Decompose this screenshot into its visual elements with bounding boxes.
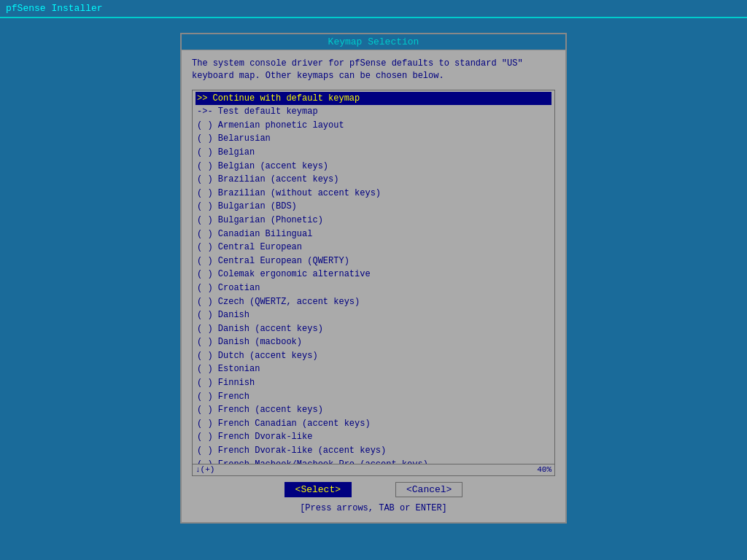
scroll-down-icon: ↓(+) (196, 465, 214, 474)
list-item[interactable]: ( ) French Canadian (accent keys) (196, 417, 551, 431)
hint-text: [Press arrows, TAB or ENTER] (300, 503, 447, 513)
list-item[interactable]: ( ) French (196, 390, 551, 404)
list-item[interactable]: ( ) Colemak ergonomic alternative (196, 268, 551, 281)
title-bar: pfSense Installer (0, 0, 747, 17)
list-item[interactable]: ( ) Estonian (196, 362, 551, 376)
list-item[interactable]: ( ) French Dvorak-like (accent keys) (196, 444, 551, 458)
cancel-button[interactable]: <Cancel> (395, 482, 462, 497)
list-item[interactable]: ( ) Canadian Bilingual (196, 228, 551, 241)
list-item[interactable]: ( ) Belgian (196, 146, 551, 160)
list-item[interactable]: ( ) Croatian (196, 281, 551, 295)
list-item[interactable]: ( ) Danish (196, 308, 551, 322)
list-item[interactable]: ( ) French (accent keys) (196, 403, 551, 417)
keymap-list[interactable]: >> Continue with default keymap->- Test … (192, 90, 555, 476)
list-item[interactable]: ->- Test default keymap (196, 105, 551, 119)
list-item[interactable]: ( ) French Dvorak-like (196, 430, 551, 444)
list-item[interactable]: >> Continue with default keymap (196, 92, 551, 106)
hint-bar: [Press arrows, TAB or ENTER] (202, 502, 545, 515)
list-inner: >> Continue with default keymap->- Test … (193, 90, 554, 476)
list-item[interactable]: ( ) Czech (QWERTZ, accent keys) (196, 295, 551, 309)
list-item[interactable]: ( ) Danish (accent keys) (196, 322, 551, 336)
list-item[interactable]: ( ) Brazilian (without accent keys) (196, 187, 551, 201)
dialog-content: The system console driver for pfSense de… (182, 50, 565, 522)
list-item[interactable]: ( ) Danish (macbook) (196, 335, 551, 349)
list-item[interactable]: ( ) Armenian phonetic layout (196, 119, 551, 133)
scroll-percent: 40% (537, 465, 551, 474)
dialog: Keymap Selection The system console driv… (180, 33, 567, 524)
list-item[interactable]: ( ) Bulgarian (BDS) (196, 200, 551, 214)
dialog-title: Keymap Selection (182, 34, 565, 50)
app-title: pfSense Installer (6, 3, 103, 14)
list-item[interactable]: ( ) Dutch (accent keys) (196, 349, 551, 363)
description: The system console driver for pfSense de… (192, 58, 555, 82)
list-item[interactable]: ( ) Central European (QWERTY) (196, 254, 551, 268)
list-item[interactable]: ( ) Brazilian (accent keys) (196, 173, 551, 187)
buttons-row: <Select> <Cancel> (192, 476, 555, 502)
dialog-wrapper: Keymap Selection The system console driv… (0, 18, 747, 524)
desc-line2: keyboard map. Other keymaps can be chose… (192, 70, 555, 82)
scroll-indicator: ↓(+) 40% (193, 464, 554, 475)
list-item[interactable]: ( ) Belgian (accent keys) (196, 160, 551, 174)
list-item[interactable]: ( ) Central European (196, 241, 551, 254)
list-item[interactable]: ( ) Finnish (196, 376, 551, 390)
select-button[interactable]: <Select> (285, 482, 352, 497)
desc-line1: The system console driver for pfSense de… (192, 58, 555, 70)
list-item[interactable]: ( ) Bulgarian (Phonetic) (196, 214, 551, 228)
list-item[interactable]: ( ) Belarusian (196, 132, 551, 146)
